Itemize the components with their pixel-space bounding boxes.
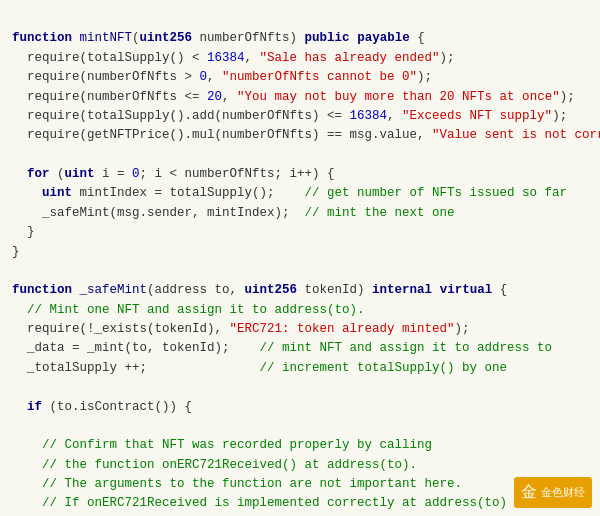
keyword-function: function xyxy=(12,31,72,45)
function-name-mintNFT: mintNFT xyxy=(80,31,133,45)
function-name-safeMint: _safeMint xyxy=(80,283,148,297)
code-block: function mintNFT(uint256 numberOfNfts) p… xyxy=(0,0,600,516)
watermark-badge: 金 金色财经 xyxy=(514,477,592,508)
watermark-logo: 金 xyxy=(521,480,537,505)
keyword-function-2: function xyxy=(12,283,72,297)
watermark-text: 金色财经 xyxy=(541,484,585,501)
